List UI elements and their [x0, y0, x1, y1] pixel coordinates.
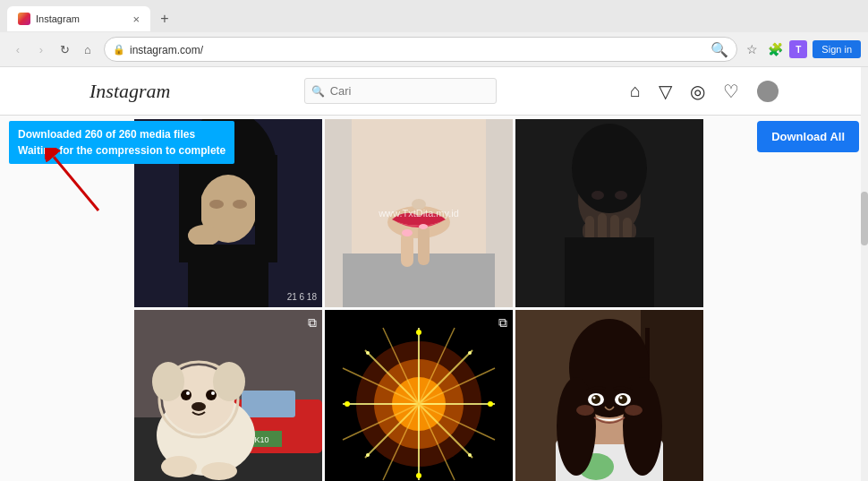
svg-rect-16	[418, 225, 430, 265]
tab-close-button[interactable]: ×	[132, 13, 140, 25]
svg-point-7	[209, 200, 224, 209]
svg-point-45	[152, 362, 184, 401]
svg-point-18	[419, 224, 428, 229]
address-input[interactable]: instagram.com/	[104, 37, 737, 62]
svg-point-95	[625, 405, 642, 416]
address-search-icon: 🔍	[711, 41, 728, 58]
svg-point-72	[488, 401, 493, 407]
svg-point-93	[620, 397, 623, 399]
user-avatar[interactable]	[757, 81, 779, 102]
bookmark-icon[interactable]: ☆	[743, 40, 761, 58]
browser-chrome: Instagram × + ‹ › ↻ ⌂ 🔒 instagram.com/ 🔍…	[0, 0, 868, 67]
scrollbar[interactable]	[861, 67, 868, 481]
svg-point-91	[618, 395, 627, 404]
svg-rect-29	[623, 218, 632, 240]
svg-point-94	[576, 405, 594, 416]
instagram-logo: Instagram	[89, 80, 170, 103]
svg-point-48	[201, 462, 237, 480]
svg-point-87	[623, 377, 662, 476]
svg-point-92	[593, 397, 596, 399]
new-tab-button[interactable]: +	[154, 8, 175, 30]
svg-rect-10	[188, 245, 268, 307]
svg-point-19	[412, 199, 426, 210]
extension-t-icon[interactable]: T	[789, 40, 807, 58]
multi-post-icon-2: ⧉	[498, 315, 507, 331]
address-bar-row: ‹ › ↻ ⌂ 🔒 instagram.com/ 🔍 ☆ 🧩 T Sign in	[0, 32, 868, 66]
svg-point-47	[161, 456, 197, 477]
search-input[interactable]	[304, 78, 497, 104]
nav-buttons: ‹ › ↻ ⌂	[7, 39, 98, 60]
svg-point-71	[345, 401, 350, 407]
svg-rect-30	[565, 237, 654, 307]
svg-point-70	[416, 473, 421, 478]
svg-point-73	[366, 351, 370, 355]
forward-button[interactable]: ›	[30, 39, 52, 60]
search-icon: 🔍	[311, 85, 325, 98]
ig-header: Instagram 🔍 ⌂ ▽ ◎ ♡	[0, 67, 868, 116]
svg-point-24	[615, 191, 627, 200]
status-line-1: Downloaded 260 of 260 media files	[18, 126, 226, 142]
tab-title: Instagram	[36, 13, 127, 24]
address-wrapper: 🔒 instagram.com/ 🔍	[104, 37, 737, 62]
svg-point-8	[233, 200, 247, 209]
svg-point-69	[416, 330, 421, 335]
svg-line-1	[54, 157, 98, 210]
grid-item-4[interactable]: FLEK10	[134, 310, 322, 481]
status-banner: Downloaded 260 of 260 media files Waitin…	[9, 121, 234, 164]
date-badge: 21 6 18	[287, 292, 317, 302]
instagram-page: Instagram 🔍 ⌂ ▽ ◎ ♡ Download All Downloa…	[0, 67, 868, 481]
send-icon[interactable]: ▽	[659, 81, 672, 102]
lock-icon: 🔒	[113, 44, 125, 56]
scrollbar-thumb[interactable]	[861, 192, 868, 245]
svg-point-43	[211, 391, 215, 395]
svg-point-86	[557, 377, 596, 476]
svg-point-44	[191, 402, 206, 411]
photo-grid: 21 6 18	[134, 116, 701, 481]
tab-favicon	[18, 13, 30, 25]
home-button[interactable]: ⌂	[77, 39, 98, 60]
svg-point-40	[181, 390, 191, 400]
home-icon[interactable]: ⌂	[630, 81, 641, 101]
svg-point-17	[402, 229, 413, 236]
arrow-container	[45, 148, 116, 223]
compass-icon[interactable]: ◎	[690, 81, 705, 102]
arrow-icon	[45, 148, 116, 219]
svg-point-42	[186, 391, 190, 395]
address-right-icons: 🔍	[711, 41, 728, 58]
svg-rect-34	[242, 391, 295, 417]
refresh-button[interactable]: ↻	[54, 39, 75, 60]
svg-point-41	[206, 390, 217, 400]
active-tab[interactable]: Instagram ×	[7, 6, 150, 31]
search-wrapper: 🔍	[304, 78, 497, 104]
svg-point-23	[591, 191, 604, 200]
grid-item-3[interactable]	[515, 119, 703, 307]
grid-item-6[interactable]	[515, 310, 703, 481]
ig-nav-icons: ⌂ ▽ ◎ ♡	[630, 81, 779, 102]
grid-item-2[interactable]: www.TxtDita.my.id	[325, 119, 513, 307]
heart-icon[interactable]: ♡	[723, 81, 739, 102]
svg-point-90	[591, 395, 600, 404]
extensions-icon[interactable]: 🧩	[766, 40, 784, 58]
svg-point-76	[468, 453, 472, 457]
back-button[interactable]: ‹	[7, 39, 29, 60]
svg-point-9	[188, 225, 220, 246]
tab-bar: Instagram × +	[0, 0, 868, 32]
sign-in-button[interactable]: Sign in	[813, 40, 861, 58]
multi-post-icon: ⧉	[308, 315, 317, 331]
grid-item-5[interactable]: ⧉	[325, 310, 513, 481]
browser-right-icons: ☆ 🧩 T Sign in	[743, 40, 861, 58]
svg-point-22	[572, 124, 647, 213]
svg-point-75	[366, 453, 370, 457]
download-all-button[interactable]: Download All	[757, 121, 859, 152]
svg-point-46	[213, 362, 245, 401]
svg-point-74	[468, 351, 472, 355]
svg-rect-26	[585, 216, 594, 241]
